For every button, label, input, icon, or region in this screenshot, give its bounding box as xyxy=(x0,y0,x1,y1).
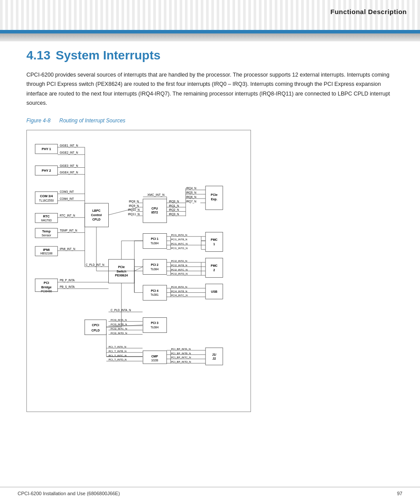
svg-text:Exp.: Exp. xyxy=(211,198,217,201)
svg-rect-122 xyxy=(143,259,167,274)
svg-text:Ts381: Ts381 xyxy=(151,293,158,296)
svg-rect-133 xyxy=(206,258,223,277)
svg-text:C_PLD_INT_N: C_PLD_INT_N xyxy=(86,263,105,267)
svg-text:TEMP_INT_N: TEMP_INT_N xyxy=(60,229,77,232)
main-content: 4.13 System Interrupts CPCI-6200 provide… xyxy=(26,48,398,412)
svg-text:PCI4_INTB_N: PCI4_INTB_N xyxy=(171,290,187,293)
svg-text:Ts384: Ts384 xyxy=(151,242,158,245)
svg-text:J2: J2 xyxy=(213,357,216,360)
svg-text:PB_S_INTA: PB_S_INTA xyxy=(60,285,75,289)
header-pattern: Functional Description xyxy=(0,0,420,31)
figure-caption: Figure 4-8 Routing of Interrupt Sources xyxy=(26,118,398,124)
svg-text:CPCI: CPCI xyxy=(92,324,99,327)
svg-text:2: 2 xyxy=(214,269,215,272)
gray-accent-bar xyxy=(0,33,420,41)
svg-text:CPLD: CPLD xyxy=(92,329,100,332)
svg-rect-146 xyxy=(143,285,167,300)
svg-text:PCI_T_INTB_N: PCI_T_INTB_N xyxy=(108,350,126,353)
svg-rect-193 xyxy=(206,348,223,365)
svg-text:PCI_BP_INTC_N: PCI_BP_INTC_N xyxy=(171,356,191,359)
svg-text:LBPC: LBPC xyxy=(92,209,101,212)
svg-text:IRQ7_N: IRQ7_N xyxy=(186,200,196,203)
figure-title: Routing of Interrupt Sources xyxy=(59,118,125,124)
section-header: 4.13 System Interrupts xyxy=(26,48,398,63)
svg-text:PCI_BP_INTB_N: PCI_BP_INTB_N xyxy=(171,352,191,355)
svg-text:IPMI: IPMI xyxy=(43,248,50,252)
svg-text:C_PLD_INTA_N: C_PLD_INTA_N xyxy=(111,309,131,312)
section-title: System Interrupts xyxy=(56,48,161,63)
svg-text:GIGE1_INT_N: GIGE1_INT_N xyxy=(60,144,78,147)
svg-rect-51 xyxy=(85,320,107,335)
interrupt-routing-diagram: PHY 1 PHY 2 COM 3/4 TL16C2550 RTC M41T83… xyxy=(33,136,244,404)
svg-text:PCI_T_INTA_N: PCI_T_INTA_N xyxy=(108,346,126,348)
body-paragraph: CPCI-6200 provides several sources of in… xyxy=(26,70,398,108)
svg-text:PCIe: PCIe xyxy=(211,193,217,196)
svg-text:PMC: PMC xyxy=(211,238,217,241)
svg-text:COM 3/4: COM 3/4 xyxy=(40,194,53,198)
svg-text:PCI3_INTD_N: PCI3_INTD_N xyxy=(111,332,127,335)
svg-text:HBS2188: HBS2188 xyxy=(41,252,53,255)
svg-text:PCI_BP_INTA_N: PCI_BP_INTA_N xyxy=(171,348,191,350)
section-number: 4.13 xyxy=(26,48,51,63)
footer-right-text: 97 xyxy=(397,491,402,496)
svg-text:PCI 2: PCI 2 xyxy=(151,263,158,266)
svg-text:PCI2_INTC_N: PCI2_INTC_N xyxy=(171,269,187,271)
svg-text:8572: 8572 xyxy=(151,211,158,214)
svg-text:PCI1_INTC_N: PCI1_INTC_N xyxy=(171,243,187,245)
footer-left-text: CPCI-6200 Installation and Use (6806800J… xyxy=(18,491,120,496)
svg-text:IPMI_INT_N: IPMI_INT_N xyxy=(60,247,75,251)
svg-text:GIGE2_INT_N: GIGE2_INT_N xyxy=(60,151,78,155)
svg-text:J1/: J1/ xyxy=(212,353,217,356)
svg-text:M41T83: M41T83 xyxy=(41,219,52,222)
diagram-container: PHY 1 PHY 2 COM 3/4 TL16C2550 RTC M41T83… xyxy=(26,130,251,412)
svg-text:PCI2_INTD_N: PCI2_INTD_N xyxy=(171,272,187,275)
svg-text:PCI3_INTB_N: PCI3_INTB_N xyxy=(111,323,127,326)
svg-text:PCI 1: PCI 1 xyxy=(151,237,158,240)
svg-text:Ts384: Ts384 xyxy=(151,326,158,329)
svg-text:USB: USB xyxy=(211,290,217,293)
svg-text:PCI1_INTB_N: PCI1_INTB_N xyxy=(171,238,187,241)
svg-text:PCI1_INTA_N: PCI1_INTA_N xyxy=(171,234,187,236)
svg-text:Switch: Switch xyxy=(117,270,126,273)
svg-text:PCI1_INTD_N: PCI1_INTD_N xyxy=(171,247,187,250)
svg-text:Bridge: Bridge xyxy=(41,285,52,289)
svg-text:CMP: CMP xyxy=(151,355,158,358)
svg-text:GIGE4_INT_N: GIGE4_INT_N xyxy=(60,171,78,174)
svg-text:PB_P_INTA: PB_P_INTA xyxy=(60,279,75,282)
svg-text:CPLD: CPLD xyxy=(92,218,101,221)
svg-text:Temp: Temp xyxy=(42,229,51,233)
svg-text:PCI_T_INTD_N: PCI_T_INTD_N xyxy=(108,358,126,361)
svg-text:COM4_INT: COM4_INT xyxy=(60,197,74,201)
svg-text:PCI4_INTA_N: PCI4_INTA_N xyxy=(171,286,187,288)
svg-text:Sensor: Sensor xyxy=(42,234,52,237)
svg-text:Control: Control xyxy=(91,213,102,217)
svg-text:PCI4_INTC_N: PCI4_INTC_N xyxy=(171,294,187,297)
svg-text:PCI6466: PCI6466 xyxy=(41,290,52,293)
svg-text:TL16C2550: TL16C2550 xyxy=(39,199,54,202)
svg-text:COM3_INT: COM3_INT xyxy=(60,190,74,194)
svg-text:CPU: CPU xyxy=(151,207,158,210)
svg-text:PHY 1: PHY 1 xyxy=(42,147,51,151)
svg-rect-99 xyxy=(143,233,167,248)
svg-text:102B: 102B xyxy=(151,359,158,362)
svg-text:PCI2_INTA_N: PCI2_INTA_N xyxy=(171,260,187,262)
svg-text:Ts384: Ts384 xyxy=(151,268,158,271)
figure-label: Figure 4-8 xyxy=(26,118,51,124)
svg-rect-163 xyxy=(143,317,167,332)
svg-text:PCI_BP_INTD_N: PCI_BP_INTD_N xyxy=(171,361,191,363)
svg-text:PCI2_INTB_N: PCI2_INTB_N xyxy=(171,264,187,267)
svg-text:PHY 2: PHY 2 xyxy=(42,169,51,173)
svg-text:PCI3_INTC_N: PCI3_INTC_N xyxy=(111,327,127,330)
svg-text:PCI 4: PCI 4 xyxy=(151,289,158,292)
svg-text:PCI 3: PCI 3 xyxy=(151,321,158,324)
svg-text:GIGE3_INT_N: GIGE3_INT_N xyxy=(60,164,78,168)
svg-text:1: 1 xyxy=(214,243,215,246)
svg-text:PEX8624: PEX8624 xyxy=(115,274,128,277)
svg-rect-110 xyxy=(206,232,223,251)
header-title: Functional Description xyxy=(330,8,407,15)
svg-text:PMC: PMC xyxy=(211,264,217,267)
header-title-area: Functional Description xyxy=(244,8,420,16)
svg-text:XMC_INT_N: XMC_INT_N xyxy=(147,193,165,197)
svg-text:RTC: RTC xyxy=(43,214,50,218)
svg-text:PCI3_INTA_N: PCI3_INTA_N xyxy=(111,319,127,321)
